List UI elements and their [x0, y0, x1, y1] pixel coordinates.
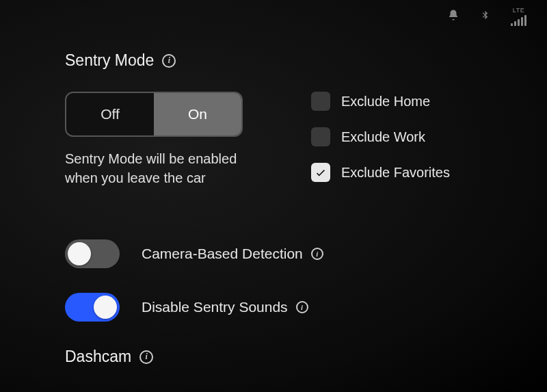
exclude-work-label: Exclude Work: [341, 129, 425, 145]
sentry-mode-description: Sentry Mode will be enabled when you lea…: [65, 149, 270, 187]
dashcam-header: Dashcam i: [65, 348, 520, 366]
sentry-on-button[interactable]: On: [154, 93, 241, 135]
camera-detection-label: Camera-Based Detection: [142, 246, 303, 262]
info-icon[interactable]: i: [311, 248, 323, 260]
signal-icon: [511, 15, 526, 26]
info-icon[interactable]: i: [162, 54, 176, 68]
camera-detection-row: Camera-Based Detection i: [65, 239, 520, 268]
disable-sounds-row: Disable Sentry Sounds i: [65, 293, 520, 322]
info-icon[interactable]: i: [139, 350, 153, 364]
info-icon[interactable]: i: [296, 301, 308, 313]
exclude-home-row[interactable]: Exclude Home: [311, 92, 520, 111]
exclude-favorites-label: Exclude Favorites: [341, 165, 450, 181]
network-label: LTE: [513, 7, 524, 14]
exclude-favorites-row[interactable]: Exclude Favorites: [311, 163, 520, 182]
exclude-work-row[interactable]: Exclude Work: [311, 127, 520, 146]
disable-sounds-label: Disable Sentry Sounds: [142, 299, 288, 315]
sentry-mode-header: Sentry Mode i: [65, 51, 520, 70]
sentry-mode-toggle[interactable]: Off On: [65, 92, 243, 137]
exclude-home-checkbox[interactable]: [311, 92, 330, 111]
status-bar: LTE: [447, 7, 526, 26]
exclude-favorites-checkbox[interactable]: [311, 163, 330, 182]
bell-icon[interactable]: [447, 9, 459, 24]
bluetooth-icon[interactable]: [480, 8, 490, 25]
exclude-home-label: Exclude Home: [341, 94, 430, 109]
sentry-mode-title: Sentry Mode: [65, 51, 154, 70]
cellular-indicator: LTE: [511, 7, 526, 26]
disable-sounds-toggle[interactable]: [65, 293, 120, 322]
dashcam-title: Dashcam: [65, 348, 131, 366]
sentry-off-button[interactable]: Off: [66, 93, 154, 135]
exclude-work-checkbox[interactable]: [311, 127, 330, 146]
camera-detection-toggle[interactable]: [65, 239, 120, 268]
